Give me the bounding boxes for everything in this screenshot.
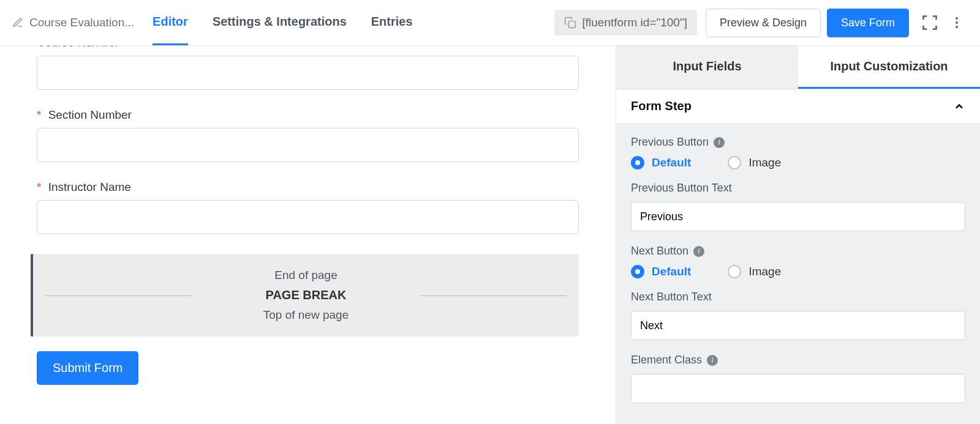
main-area: Course Number * Section Number * Instruc… bbox=[0, 46, 980, 424]
prev-radio-image[interactable]: Image bbox=[728, 156, 781, 169]
field-section-number[interactable]: * Section Number bbox=[37, 108, 579, 162]
prev-button-text-label: Previous Button Text bbox=[631, 182, 965, 195]
field-label: Course Number bbox=[37, 46, 579, 50]
fullscreen-icon[interactable] bbox=[918, 10, 942, 35]
course-number-input[interactable] bbox=[37, 56, 579, 90]
element-class-input[interactable] bbox=[631, 374, 965, 403]
field-label: * Section Number bbox=[37, 108, 579, 122]
radio-label: Image bbox=[748, 156, 781, 169]
required-star: * bbox=[37, 180, 41, 193]
next-button-text-input[interactable] bbox=[631, 311, 965, 340]
radio-dot bbox=[728, 265, 741, 278]
prev-button-radio-group: Default Image bbox=[631, 156, 965, 169]
tab-input-fields[interactable]: Input Fields bbox=[616, 46, 798, 89]
label-text: Previous Button bbox=[631, 136, 709, 149]
chevron-up-icon bbox=[953, 100, 965, 113]
section-number-input[interactable] bbox=[37, 128, 579, 162]
radio-dot bbox=[631, 265, 644, 278]
svg-point-3 bbox=[956, 26, 958, 28]
info-icon[interactable]: i bbox=[693, 246, 704, 257]
section-form-step-header[interactable]: Form Step bbox=[616, 89, 980, 124]
end-of-page-text: End of page bbox=[45, 269, 567, 282]
top-toolbar: Course Evaluation... Editor Settings & I… bbox=[0, 0, 980, 46]
next-button-radio-group: Default Image bbox=[631, 265, 965, 278]
top-of-new-page-text: Top of new page bbox=[45, 308, 567, 322]
preview-design-button[interactable]: Preview & Design bbox=[706, 9, 821, 37]
prev-button-label: Previous Button i bbox=[631, 136, 965, 149]
next-radio-default[interactable]: Default bbox=[631, 265, 691, 278]
svg-point-1 bbox=[956, 17, 958, 20]
prev-button-text-input[interactable] bbox=[631, 202, 965, 231]
required-star: * bbox=[37, 108, 41, 121]
label-text: Section Number bbox=[48, 108, 132, 121]
tab-settings[interactable]: Settings & Integrations bbox=[213, 0, 347, 45]
submit-form-button[interactable]: Submit Form bbox=[37, 351, 138, 385]
field-instructor-name[interactable]: * Instructor Name bbox=[37, 180, 579, 234]
radio-dot bbox=[728, 156, 741, 169]
prev-radio-default[interactable]: Default bbox=[631, 156, 691, 169]
copy-icon bbox=[564, 17, 576, 29]
shortcode-display[interactable]: [fluentform id="100"] bbox=[554, 10, 697, 35]
page-break-label: PAGE BREAK bbox=[45, 288, 567, 302]
tab-input-customization[interactable]: Input Customization bbox=[798, 46, 980, 89]
info-icon[interactable]: i bbox=[714, 137, 725, 148]
form-title[interactable]: Course Evaluation... bbox=[12, 16, 134, 29]
tab-entries[interactable]: Entries bbox=[371, 0, 413, 45]
sidebar-panel: Input Fields Input Customization Form St… bbox=[616, 46, 980, 424]
info-icon[interactable]: i bbox=[707, 355, 718, 366]
field-label: * Instructor Name bbox=[37, 180, 579, 194]
editor-pane: Course Number * Section Number * Instruc… bbox=[0, 46, 616, 424]
radio-label: Image bbox=[748, 265, 781, 278]
tab-editor[interactable]: Editor bbox=[153, 0, 188, 45]
panel-body: Previous Button i Default Image Previous… bbox=[616, 124, 980, 424]
label-text: Element Class bbox=[631, 354, 702, 366]
label-text: Instructor Name bbox=[48, 180, 131, 193]
page-break-block[interactable]: End of page PAGE BREAK Top of new page bbox=[31, 254, 579, 337]
radio-label: Default bbox=[652, 265, 691, 278]
save-form-button[interactable]: Save Form bbox=[827, 9, 909, 37]
section-title: Form Step bbox=[631, 99, 692, 113]
radio-dot bbox=[631, 156, 644, 169]
pencil-icon bbox=[12, 17, 23, 28]
svg-rect-0 bbox=[568, 21, 575, 28]
main-tabs: Editor Settings & Integrations Entries bbox=[153, 0, 413, 45]
next-button-label: Next Button i bbox=[631, 245, 965, 258]
form-title-text: Course Evaluation... bbox=[29, 16, 134, 29]
field-course-number[interactable]: Course Number bbox=[37, 46, 579, 90]
radio-label: Default bbox=[652, 156, 691, 169]
element-class-label: Element Class i bbox=[631, 354, 965, 366]
next-button-text-label: Next Button Text bbox=[631, 291, 965, 303]
instructor-name-input[interactable] bbox=[37, 200, 579, 234]
sidebar-tabs: Input Fields Input Customization bbox=[616, 46, 980, 89]
shortcode-text: [fluentform id="100"] bbox=[582, 16, 687, 29]
label-text: Course Number bbox=[37, 46, 119, 49]
next-radio-image[interactable]: Image bbox=[728, 265, 781, 278]
svg-point-2 bbox=[956, 21, 958, 24]
more-menu-icon[interactable] bbox=[946, 12, 968, 34]
label-text: Next Button bbox=[631, 245, 688, 258]
